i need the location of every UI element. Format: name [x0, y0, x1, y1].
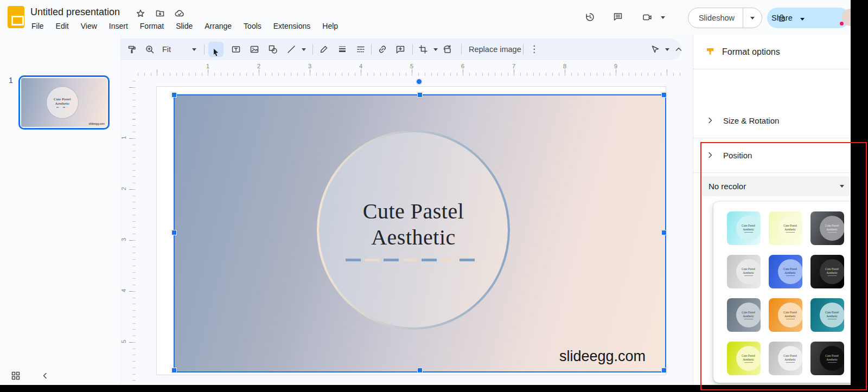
recolor-option-slate[interactable]: Cute PastelAesthetic — [727, 298, 761, 332]
share-button[interactable]: Share — [767, 8, 850, 28]
border-dash-icon[interactable] — [356, 44, 366, 54]
bottom-black-bar — [0, 385, 868, 392]
comments-icon[interactable] — [613, 12, 623, 22]
recolor-option-teal[interactable]: Cute PastelAesthetic — [810, 298, 844, 332]
vruler-number: 3 — [120, 238, 127, 241]
mask-dropdown-icon[interactable] — [433, 48, 438, 51]
recolor-option-dark-gray[interactable]: Cute PastelAesthetic — [810, 211, 844, 245]
zoom-in-icon[interactable] — [145, 44, 155, 54]
hruler-number: 6 — [461, 63, 464, 69]
share-dropdown[interactable] — [800, 13, 805, 23]
more-options-icon[interactable]: ⋮ — [529, 43, 539, 55]
line-dropdown-icon[interactable] — [302, 48, 306, 51]
camera-dropdown-icon[interactable] — [661, 16, 665, 19]
recolor-option-charcoal[interactable]: Cute PastelAesthetic — [810, 342, 844, 375]
select-caret-icon — [840, 185, 844, 188]
menu-view[interactable]: View — [76, 21, 101, 31]
recolor-option-cyan[interactable]: Cute PastelAesthetic — [727, 211, 761, 245]
handle-mid-right[interactable] — [661, 230, 667, 235]
handle-top-center[interactable] — [417, 92, 423, 98]
menu-edit[interactable]: Edit — [52, 21, 73, 31]
right-black-bar — [851, 0, 868, 392]
slideshow-label: Slideshow — [688, 14, 743, 22]
menu-format[interactable]: Format — [136, 21, 168, 31]
vruler-number: 4 — [120, 289, 127, 292]
handle-top-right[interactable] — [661, 92, 667, 98]
horizontal-ruler: 123456789 — [136, 62, 682, 76]
handle-mid-left[interactable] — [171, 230, 177, 235]
select-tool-button[interactable] — [208, 42, 224, 57]
slide-number: 1 — [9, 76, 13, 85]
cloud-status-icon — [175, 9, 184, 18]
recolor-option-pale-yellow[interactable]: Cute PastelAesthetic — [769, 211, 802, 245]
insert-link-icon[interactable] — [378, 44, 387, 54]
menu-arrange[interactable]: Arrange — [200, 21, 236, 31]
recolor-option-silver[interactable]: Cute PastelAesthetic — [769, 342, 802, 375]
chevron-right-icon — [705, 150, 715, 160]
crop-icon[interactable] — [418, 44, 428, 54]
vruler-number: 1 — [120, 136, 127, 139]
slide-circle: Cute Pastel Aesthetic — [317, 130, 510, 330]
insert-shape-icon[interactable] — [268, 44, 278, 54]
format-paint-icon — [705, 47, 715, 56]
section-position[interactable]: Position — [693, 138, 868, 172]
pen-pointer-icon[interactable] — [650, 44, 660, 54]
replace-image-button[interactable]: Replace image — [469, 45, 521, 54]
vruler-number: 2 — [120, 187, 127, 190]
menu-tools[interactable]: Tools — [239, 21, 266, 31]
slide-title-line1: Cute Pastel — [363, 198, 464, 224]
pointer-dropdown-icon[interactable] — [665, 48, 669, 51]
menubar: FileEditViewInsertFormatSlideArrangeTool… — [27, 21, 342, 31]
vertical-ruler: 12345 — [120, 76, 136, 385]
recolor-select[interactable]: No recolor — [702, 176, 850, 196]
hruler-number: 1 — [206, 63, 209, 69]
scribble-icon[interactable] — [319, 44, 329, 54]
panel-title: Format options — [722, 47, 780, 57]
menu-insert[interactable]: Insert — [105, 21, 132, 31]
menu-slide[interactable]: Slide — [171, 21, 197, 31]
border-weight-icon[interactable] — [337, 44, 347, 54]
meet-camera-icon[interactable] — [642, 12, 652, 22]
hruler-number: 7 — [512, 63, 515, 69]
recolor-option-blue[interactable]: Cute PastelAesthetic — [769, 255, 802, 288]
handle-bottom-center[interactable] — [417, 368, 423, 373]
menu-extensions[interactable]: Extensions — [269, 21, 315, 31]
rotation-handle[interactable] — [416, 79, 422, 85]
recolor-option-light-gray[interactable]: Cute PastelAesthetic — [727, 255, 761, 288]
handle-top-left[interactable] — [171, 92, 177, 98]
move-folder-icon[interactable] — [155, 9, 165, 18]
menu-file[interactable]: File — [27, 21, 48, 31]
paint-format-icon[interactable] — [127, 44, 137, 54]
document-title[interactable]: Untitled presentation — [30, 7, 120, 18]
collapse-filmstrip-icon[interactable] — [40, 371, 50, 381]
hruler-number: 8 — [563, 63, 566, 69]
grid-view-icon[interactable] — [11, 371, 21, 381]
insert-image-icon[interactable] — [250, 44, 259, 54]
version-history-icon[interactable] — [585, 12, 595, 22]
star-icon[interactable] — [136, 9, 145, 18]
vruler-number: 5 — [120, 340, 127, 343]
recolor-option-orange[interactable]: Cute PastelAesthetic — [769, 298, 802, 332]
handle-bottom-right[interactable] — [661, 368, 667, 373]
menu-help[interactable]: Help — [318, 21, 342, 31]
zoom-dropdown-icon[interactable] — [192, 48, 196, 51]
selected-image[interactable]: Cute Pastel Aesthetic slideegg.com — [175, 95, 666, 372]
slides-logo-icon[interactable] — [8, 6, 24, 28]
slideshow-button[interactable]: Slideshow — [688, 8, 762, 28]
hruler-number: 5 — [410, 63, 413, 69]
handle-bottom-left[interactable] — [171, 368, 177, 373]
format-options-panel: Format options Size & Rotation Position … — [693, 35, 868, 385]
slide-thumbnail[interactable]: Cute Pastel Aesthetic slideegg.com — [18, 75, 110, 130]
add-comment-icon[interactable] — [395, 44, 405, 54]
recolor-option-black[interactable]: Cute PastelAesthetic — [810, 255, 844, 288]
hruler-number: 3 — [308, 63, 311, 69]
replace-image-icon[interactable] — [442, 44, 452, 54]
collapse-toolbar-icon[interactable] — [674, 44, 684, 54]
section-size-rotation[interactable]: Size & Rotation — [693, 103, 868, 138]
zoom-select[interactable]: Fit — [162, 45, 171, 54]
insert-line-icon[interactable] — [286, 44, 296, 54]
slide-title-line2: Aesthetic — [371, 224, 456, 250]
slideshow-dropdown[interactable] — [743, 8, 762, 28]
recolor-option-chartreuse[interactable]: Cute PastelAesthetic — [727, 342, 761, 375]
text-box-icon[interactable] — [231, 44, 241, 54]
